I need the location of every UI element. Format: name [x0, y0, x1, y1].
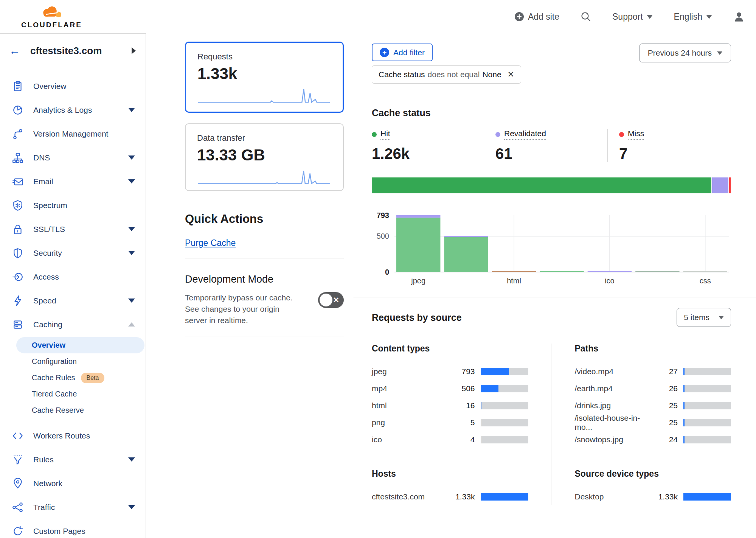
sidebar-item-dns[interactable]: DNS — [0, 146, 146, 169]
subitem-cache-reserve[interactable]: Cache Reserve — [0, 402, 146, 418]
stat-miss: Miss 7 — [607, 129, 731, 162]
subitem-tiered-cache[interactable]: Tiered Cache — [0, 386, 146, 402]
progress-bar — [481, 402, 528, 409]
caret-down-icon — [128, 108, 135, 112]
envelope-icon — [12, 176, 23, 187]
support-menu[interactable]: Support — [612, 12, 653, 22]
add-filter-button[interactable]: + Add filter — [372, 44, 433, 61]
metrics-column: Requests 1.33k Data transfer 13.33 GB Qu… — [146, 33, 353, 538]
subitem-configuration[interactable]: Configuration — [0, 353, 146, 370]
stat-revalidated: Revalidated 61 — [484, 129, 607, 162]
shield-asterisk-icon — [12, 200, 23, 211]
search-button[interactable] — [581, 11, 591, 22]
sidebar-item-version-management[interactable]: Version Management — [0, 122, 146, 146]
caret-down-icon — [706, 15, 712, 19]
add-site-button[interactable]: Add site — [514, 12, 559, 22]
divider — [185, 258, 344, 258]
language-menu[interactable]: English — [674, 12, 712, 22]
caching-subnav: Overview Configuration Cache Rules Beta … — [0, 336, 146, 424]
progress-bar — [683, 419, 731, 426]
purge-cache-link[interactable]: Purge Cache — [185, 238, 236, 248]
cache-status-stacked-bar — [372, 177, 731, 193]
pie-chart-icon — [12, 104, 23, 116]
plus-circle-icon: + — [380, 48, 389, 57]
progress-bar — [683, 385, 731, 392]
development-mode-row: Temporarily bypass our cache. See change… — [185, 292, 344, 326]
branch-icon — [12, 128, 23, 140]
plus-circle-icon — [514, 12, 524, 22]
sidebar-item-traffic[interactable]: Traffic — [0, 495, 146, 519]
caret-down-icon — [647, 15, 653, 19]
top-header: CLOUDFLARE Add site Support English — [0, 0, 756, 33]
sidebar-item-email[interactable]: Email — [0, 169, 146, 193]
subitem-caching-overview[interactable]: Overview — [16, 337, 144, 353]
development-mode-toggle[interactable]: ✕ — [318, 292, 344, 308]
sidebar-item-spectrum[interactable]: Spectrum — [0, 193, 146, 217]
table-row: /earth.mp4 26 — [575, 380, 731, 397]
clipboard-icon — [12, 81, 23, 92]
refresh-page-icon — [12, 526, 23, 537]
sidebar-item-caching[interactable]: Caching — [0, 313, 146, 336]
requests-sparkline — [197, 87, 331, 106]
hosts-section: Hosts cftestsite3.com 1.33k — [353, 458, 551, 505]
hosts-title: Hosts — [372, 469, 528, 479]
caret-down-icon — [128, 505, 135, 509]
table-row: Desktop 1.33k — [575, 488, 731, 505]
svg-text:793: 793 — [377, 211, 389, 219]
cloudflare-cloud-icon — [37, 5, 65, 20]
add-site-label: Add site — [528, 12, 559, 22]
requests-by-source-header: Requests by source 5 items — [372, 308, 731, 327]
chevron-right-icon[interactable] — [132, 47, 136, 54]
toggle-knob — [320, 294, 332, 306]
data-transfer-sparkline — [197, 169, 332, 187]
sidebar-item-security[interactable]: Security — [0, 241, 146, 265]
svg-text:ico: ico — [605, 277, 615, 285]
caret-down-icon — [128, 251, 135, 255]
hit-segment — [372, 177, 711, 193]
stat-hit: Hit 1.26k — [372, 129, 484, 162]
sidebar-item-access[interactable]: Access — [0, 265, 146, 289]
table-row: /drinks.jpg 25 — [575, 397, 731, 414]
hit-legend-toggle[interactable]: Hit — [372, 129, 390, 140]
login-arrow-icon — [12, 271, 23, 283]
sidebar-item-overview[interactable]: Overview — [0, 74, 146, 98]
data-transfer-metric-card[interactable]: Data transfer 13.33 GB — [185, 123, 344, 191]
source-device-types-section: Source device types Desktop 1.33k — [551, 458, 756, 505]
cache-status-bar-chart: 7935000jpeghtmlicocss — [372, 208, 731, 287]
items-count-select[interactable]: 5 items — [677, 308, 731, 327]
table-row: html 16 — [372, 397, 528, 414]
subitem-cache-rules[interactable]: Cache Rules Beta — [0, 370, 146, 386]
miss-segment — [729, 177, 731, 193]
requests-value: 1.33k — [197, 65, 331, 83]
analytics-panel: + Add filter Cache status does not equal… — [353, 33, 756, 538]
sidebar-item-custom-pages[interactable]: Custom Pages — [0, 519, 146, 538]
miss-legend-toggle[interactable]: Miss — [619, 129, 644, 140]
share-nodes-icon — [12, 502, 23, 513]
sidebar-item-network[interactable]: Network — [0, 471, 146, 495]
funnel-icon — [12, 454, 23, 465]
cache-status-filter-chip[interactable]: Cache status does not equal None ✕ — [372, 65, 521, 84]
remove-filter-x-icon[interactable]: ✕ — [508, 70, 514, 79]
sidebar-item-analytics-logs[interactable]: Analytics & Logs — [0, 98, 146, 122]
cache-status-title: Cache status — [372, 107, 731, 118]
cloudflare-dashboard: CLOUDFLARE Add site Support English — [0, 0, 756, 538]
time-range-button[interactable]: Previous 24 hours — [639, 44, 731, 62]
table-row: png 5 — [372, 414, 528, 431]
requests-metric-card[interactable]: Requests 1.33k — [185, 42, 344, 113]
sidebar-item-rules[interactable]: Rules — [0, 448, 146, 471]
caret-down-icon — [128, 457, 135, 462]
cache-status-stats: Hit 1.26k Revalidated 61 Miss — [372, 129, 731, 162]
server-stack-icon — [12, 319, 23, 330]
revalidated-legend-toggle[interactable]: Revalidated — [495, 129, 546, 140]
table-row: /isolated-house-in-mo... 25 — [575, 414, 731, 431]
sidebar-item-ssl-tls[interactable]: SSL/TLS — [0, 217, 146, 241]
padlock-icon — [12, 224, 23, 235]
sidebar-item-speed[interactable]: Speed — [0, 289, 146, 313]
account-button[interactable] — [733, 11, 745, 22]
back-arrow-icon[interactable]: ← — [9, 45, 20, 56]
sidebar-item-workers-routes[interactable]: Workers Routes — [0, 424, 146, 448]
sidebar: ← cftestsite3.com Overview Analytics & L… — [0, 33, 146, 538]
table-row: /video.mp4 27 — [575, 363, 731, 380]
hierarchy-icon — [12, 152, 23, 163]
caret-down-icon — [128, 227, 135, 231]
